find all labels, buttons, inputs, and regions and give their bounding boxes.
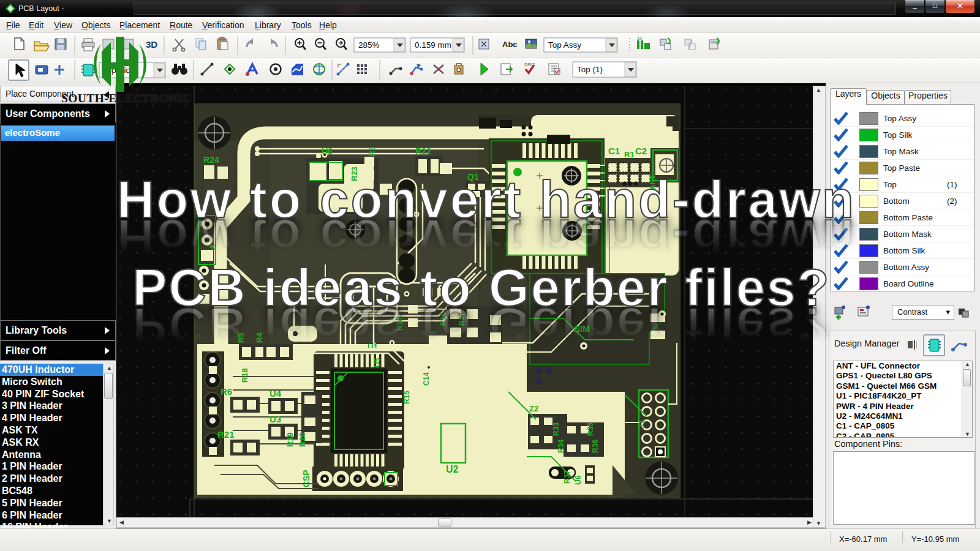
svg-text:U6: U6	[322, 146, 333, 156]
svg-text:R35: R35	[586, 422, 595, 436]
svg-text:R18: R18	[240, 368, 249, 383]
svg-text:R20: R20	[298, 432, 307, 447]
svg-text:10: 10	[637, 36, 642, 40]
svg-text:R34: R34	[557, 440, 565, 453]
svg-text:Top (1): Top (1)	[577, 65, 603, 74]
svg-text:C1: C1	[608, 146, 620, 156]
svg-text:U5: U5	[373, 358, 382, 367]
svg-text:R33: R33	[552, 422, 560, 436]
svg-text:U2: U2	[446, 464, 459, 474]
svg-text:Z2: Z2	[529, 404, 538, 413]
svg-text:R21: R21	[217, 429, 235, 440]
svg-text:Abc: Abc	[502, 40, 518, 49]
svg-text:U4: U4	[270, 388, 282, 399]
svg-text:DRC: DRC	[524, 62, 535, 67]
svg-text:R19: R19	[285, 432, 295, 447]
svg-text:R15: R15	[402, 391, 411, 404]
svg-text:U3: U3	[270, 414, 281, 424]
svg-text:R3: R3	[368, 146, 377, 156]
svg-text:R6: R6	[221, 386, 232, 397]
svg-text:J1: J1	[637, 420, 646, 429]
svg-text:0.159 mm: 0.159 mm	[415, 40, 451, 50]
svg-text:C14: C14	[422, 372, 431, 386]
svg-text:285%: 285%	[358, 40, 380, 50]
svg-text:R36: R36	[591, 440, 600, 453]
svg-text:ICSP: ICSP	[301, 470, 311, 490]
svg-text:R24: R24	[203, 155, 219, 165]
svg-text:C2: C2	[635, 146, 647, 156]
svg-text:R1: R1	[624, 150, 635, 159]
svg-text:R22: R22	[415, 146, 431, 156]
svg-text:Top Assy: Top Assy	[548, 40, 581, 50]
